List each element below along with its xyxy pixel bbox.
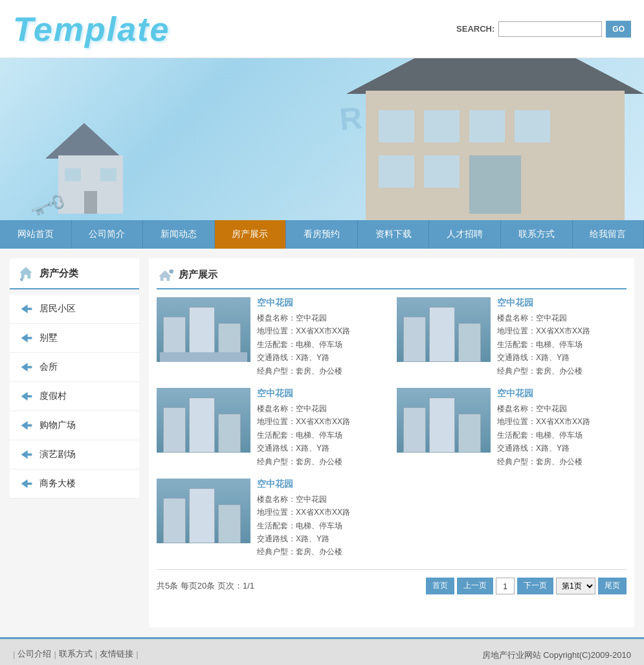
property-grid: 空中花园 楼盘名称：空中花园 地理位置：XX省XX市XX路 生活配套：电梯、停车… [157,297,627,468]
pagination-info: 共5条 每页20条 页次：1/1 [157,580,254,592]
sidebar-item-mall[interactable]: 购物广场 [10,411,139,440]
property-detail-2: 楼盘名称：空中花园 地理位置：XX省XX市XX路 生活配套：电梯、停车场 交通路… [257,402,386,468]
nav-item-message[interactable]: 给我留言 [573,220,645,249]
first-page-button[interactable]: 首页 [426,578,454,594]
sidebar-item-label-6: 商务大楼 [39,478,76,490]
footer-sep-2: | [95,649,97,659]
content-title: 房产展示 [179,269,217,281]
sidebar-item-resort[interactable]: 度假村 [10,382,139,411]
search-area: SEARCH: GO [456,21,631,38]
property-title-2[interactable]: 空中花园 [257,388,386,400]
svg-marker-2 [21,333,32,342]
nav-item-property[interactable]: 房产展示 [215,220,287,249]
footer-links: | 公司介绍 | 联系方式 | 友情链接 | [13,648,139,660]
footer-sep-1: | [54,649,56,659]
property-item-3: 空中花园 楼盘名称：空中花园 地理位置：XX省XX市XX路 生活配套：电梯、停车… [397,388,627,468]
arrow-icon-4 [20,419,33,432]
property-detail-1: 楼盘名称：空中花园 地理位置：XX省XX市XX路 生活配套：电梯、停车场 交通路… [497,311,627,378]
sidebar-item-label-1: 别墅 [39,332,58,344]
property-detail-3: 楼盘名称：空中花园 地理位置：XX省XX市XX路 生活配套：电梯、停车场 交通路… [497,402,627,468]
footer-link-contact[interactable]: 联系方式 [59,648,93,660]
sidebar-item-label-3: 度假村 [39,390,67,402]
content-property-icon [157,266,173,283]
nav-item-contact[interactable]: 联系方式 [501,220,573,249]
current-page: 1 [496,578,515,594]
footer-copyright: 房地产行业网站 Copyright(C)2009-2010 [482,649,631,661]
property-detail-4: 楼盘名称：空中花园 地理位置：XX省XX市XX路 生活配套：电梯、停车场 交通路… [257,493,627,559]
svg-point-0 [20,278,23,281]
footer-inner: | 公司介绍 | 联系方式 | 友情链接 | 房地产行业网站 Copyright… [13,647,631,661]
property-title-4[interactable]: 空中花园 [257,479,627,490]
property-item-1: 空中花园 楼盘名称：空中花园 地理位置：XX省XX市XX路 生活配套：电梯、停车… [397,297,627,378]
sidebar-item-label-4: 购物广场 [39,420,76,431]
content-header: 房产展示 [157,266,627,289]
svg-point-8 [170,269,174,274]
footer-link-about[interactable]: 公司介绍 [17,648,51,660]
sidebar-item-label-2: 会所 [39,361,58,373]
property-image-0 [157,297,250,362]
nav-item-booking[interactable]: 看房预约 [286,220,358,249]
main: 房产分类 居民小区 别墅 会所 度假村 购物广场 [0,249,644,637]
property-info-1: 空中花园 楼盘名称：空中花园 地理位置：XX省XX市XX路 生活配套：电梯、停车… [497,297,627,378]
footer: | 公司介绍 | 联系方式 | 友情链接 | 房地产行业网站 Copyright… [0,637,644,665]
footer-link-friends[interactable]: 友情链接 [100,648,133,660]
go-button[interactable]: GO [606,21,631,38]
sidebar-item-villa[interactable]: 别墅 [10,324,139,353]
property-info-2: 空中花园 楼盘名称：空中花园 地理位置：XX省XX市XX路 生活配套：电梯、停车… [257,388,386,468]
property-title-1[interactable]: 空中花园 [497,297,627,309]
nav-item-recruit[interactable]: 人才招聘 [429,220,501,249]
nav-item-news[interactable]: 新闻动态 [143,220,215,249]
property-item-0: 空中花园 楼盘名称：空中花园 地理位置：XX省XX市XX路 生活配套：电梯、停车… [157,297,386,378]
sidebar-item-theater[interactable]: 演艺剧场 [10,440,139,469]
footer-sep-left: | [13,649,15,659]
arrow-icon-0 [20,302,33,315]
sidebar-item-residential[interactable]: 居民小区 [10,295,139,324]
arrow-icon-5 [20,448,33,461]
arrow-icon-2 [20,361,33,374]
svg-marker-1 [21,304,32,313]
search-label: SEARCH: [456,24,494,34]
nav-item-home[interactable]: 网站首页 [0,220,72,249]
footer-sep-right: | [136,649,138,659]
property-title-0[interactable]: 空中花园 [257,297,386,309]
next-page-button[interactable]: 下一页 [517,578,553,594]
sidebar-item-label-0: 居民小区 [39,303,76,315]
property-image-4 [157,479,250,543]
svg-marker-6 [21,450,32,458]
sidebar-item-office[interactable]: 商务大楼 [10,469,139,499]
content: 房产展示 空中花园 [149,258,634,627]
arrow-icon-3 [20,390,33,403]
svg-marker-7 [21,479,32,488]
sidebar-header: 房产分类 [10,258,139,289]
property-title-3[interactable]: 空中花园 [497,388,627,400]
pagination-controls: 首页 上一页 1 下一页 第1页 尾页 [426,578,627,594]
svg-marker-3 [21,363,32,371]
nav-item-about[interactable]: 公司简介 [72,220,144,249]
page-select[interactable]: 第1页 [556,578,595,594]
sidebar-item-club[interactable]: 会所 [10,353,139,382]
svg-marker-5 [21,421,32,429]
arrow-icon-6 [20,477,33,490]
sidebar-item-label-5: 演艺剧场 [39,449,76,460]
arrow-icon-1 [20,332,33,344]
nav: 网站首页 公司简介 新闻动态 房产展示 看房预约 资料下载 人才招聘 联系方式 … [0,220,644,249]
property-item-2: 空中花园 楼盘名称：空中花园 地理位置：XX省XX市XX路 生活配套：电梯、停车… [157,388,386,468]
last-page-button[interactable]: 尾页 [598,578,627,594]
property-item-4: 空中花园 楼盘名称：空中花园 地理位置：XX省XX市XX路 生活配套：电梯、停车… [157,479,627,559]
property-info-0: 空中花园 楼盘名称：空中花园 地理位置：XX省XX市XX路 生活配套：电梯、停车… [257,297,386,378]
property-image-1 [397,297,491,362]
property-image-2 [157,388,250,453]
property-detail-0: 楼盘名称：空中花园 地理位置：XX省XX市XX路 生活配套：电梯、停车场 交通路… [257,311,386,378]
nav-item-download[interactable]: 资料下载 [358,220,430,249]
search-input[interactable] [498,21,602,37]
sidebar-house-icon [17,265,34,282]
banner: 42 REAL ESTATE 🗝️ [0,58,644,220]
property-info-4: 空中花园 楼盘名称：空中花园 地理位置：XX省XX市XX路 生活配套：电梯、停车… [257,479,627,559]
header: Template SEARCH: GO [0,0,644,58]
logo: Template [13,10,170,49]
banner-house-right [346,65,644,220]
sidebar-title: 房产分类 [39,267,78,280]
prev-page-button[interactable]: 上一页 [457,578,493,594]
pagination: 共5条 每页20条 页次：1/1 首页 上一页 1 下一页 第1页 尾页 [157,569,627,594]
sidebar: 房产分类 居民小区 别墅 会所 度假村 购物广场 [10,258,139,627]
